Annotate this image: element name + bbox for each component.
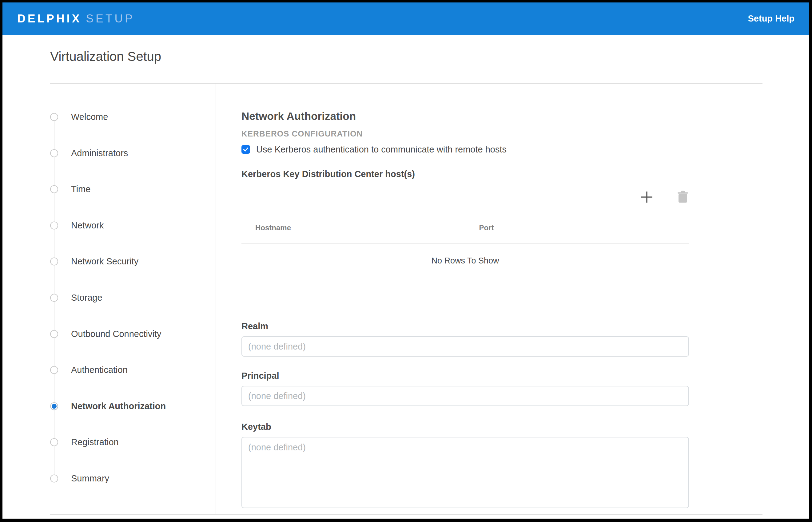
step-radio-icon <box>50 474 58 482</box>
step-label: Welcome <box>71 112 108 122</box>
grid-header-divider <box>241 243 689 244</box>
setup-window: DELPHIX SETUP Setup Help Virtualization … <box>2 2 809 519</box>
use-kerberos-row: Use Kerberos authentication to communica… <box>241 145 689 154</box>
app-header: DELPHIX SETUP Setup Help <box>2 2 809 35</box>
kdc-hosts-label: Kerberos Key Distribution Center host(s) <box>241 170 689 179</box>
sidebar-step-registration[interactable]: Registration <box>50 437 119 447</box>
grid-empty-message: No Rows To Show <box>241 257 689 265</box>
step-radio-icon <box>50 185 58 193</box>
step-label: Network <box>71 220 104 230</box>
add-kdc-host-button[interactable] <box>640 190 654 204</box>
step-radio-icon <box>50 330 58 338</box>
step-radio-icon <box>50 257 58 265</box>
trash-icon <box>677 190 689 204</box>
sidebar-step-outbound-connectivity[interactable]: Outbound Connectivity <box>50 329 161 339</box>
brand-secondary-text: SETUP <box>86 12 134 25</box>
plus-icon <box>640 190 654 204</box>
sidebar-step-network[interactable]: Network <box>50 220 104 230</box>
network-authorization-form: Network Authorization KERBEROS CONFIGURA… <box>216 84 763 514</box>
sidebar-step-time[interactable]: Time <box>50 184 91 194</box>
column-header-hostname[interactable]: Hostname <box>241 223 466 232</box>
sidebar-step-network-security[interactable]: Network Security <box>50 256 138 266</box>
step-label: Authentication <box>71 365 127 375</box>
page-title: Virtualization Setup <box>50 49 809 64</box>
step-label: Registration <box>71 437 119 447</box>
content-heading: Network Authorization <box>241 111 689 121</box>
step-label: Outbound Connectivity <box>71 329 161 339</box>
step-label: Network Authorization <box>71 401 166 411</box>
kdc-grid-header: Hostname Port <box>241 223 689 232</box>
step-label: Storage <box>71 293 102 303</box>
checkmark-icon <box>242 146 249 153</box>
kdc-grid-toolbar <box>241 190 689 204</box>
step-label: Network Security <box>71 256 138 266</box>
step-radio-icon <box>50 366 58 374</box>
brand-primary-text: DELPHIX <box>17 12 81 25</box>
step-radio-icon <box>50 438 58 446</box>
sidebar-step-summary[interactable]: Summary <box>50 474 109 484</box>
principal-input[interactable] <box>241 386 689 406</box>
delphix-setup-logo: DELPHIX SETUP <box>17 12 135 25</box>
step-label: Administrators <box>71 148 128 158</box>
step-radio-active-icon <box>50 402 58 410</box>
sidebar-step-welcome[interactable]: Welcome <box>50 112 108 122</box>
use-kerberos-checkbox[interactable] <box>241 145 250 154</box>
use-kerberos-label: Use Kerberos authentication to communica… <box>256 144 507 155</box>
main-panel: Welcome Administrators Time Network Netw… <box>50 83 763 515</box>
principal-label: Principal <box>241 372 689 380</box>
realm-input[interactable] <box>241 336 689 357</box>
sidebar-step-administrators[interactable]: Administrators <box>50 148 128 158</box>
step-radio-icon <box>50 113 58 121</box>
sidebar-step-authentication[interactable]: Authentication <box>50 365 127 375</box>
realm-label: Realm <box>241 322 689 331</box>
column-header-port[interactable]: Port <box>466 223 689 232</box>
keytab-label: Keytab <box>241 422 689 431</box>
step-label: Summary <box>71 474 109 484</box>
kerberos-section-label: KERBEROS CONFIGURATION <box>241 130 689 138</box>
sidebar-step-storage[interactable]: Storage <box>50 293 102 303</box>
step-radio-icon <box>50 294 58 302</box>
delete-kdc-host-button[interactable] <box>677 190 689 204</box>
step-label: Time <box>71 184 91 194</box>
setup-help-link[interactable]: Setup Help <box>748 14 794 24</box>
keytab-textarea[interactable] <box>241 437 689 508</box>
step-radio-icon <box>50 149 58 157</box>
step-radio-icon <box>50 221 58 229</box>
sidebar-step-network-authorization[interactable]: Network Authorization <box>50 401 166 411</box>
wizard-steps-sidebar: Welcome Administrators Time Network Netw… <box>50 84 216 514</box>
